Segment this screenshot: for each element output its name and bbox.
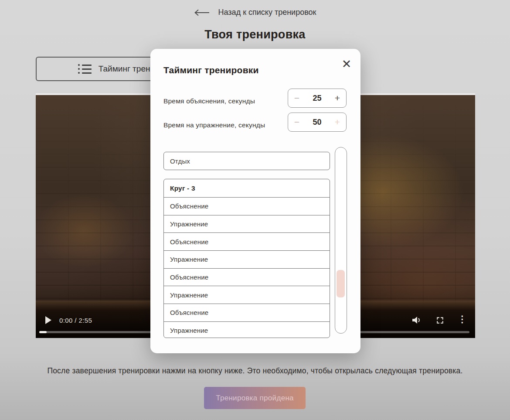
increment-button[interactable]: +: [329, 113, 346, 131]
scrollbar-thumb[interactable]: [337, 270, 345, 297]
rest-input[interactable]: [163, 152, 330, 170]
timing-modal: Тайминг тренировки ✕ Время объяснения, с…: [150, 49, 360, 353]
explanation-time-stepper: − 25 +: [288, 89, 347, 108]
back-link[interactable]: Назад к списку тренировок: [0, 8, 510, 17]
list-item[interactable]: Объяснение: [164, 269, 330, 287]
decrement-button[interactable]: −: [288, 89, 306, 107]
kebab-menu-icon[interactable]: ⋮: [458, 314, 467, 324]
volume-icon[interactable]: [411, 315, 423, 325]
explanation-time-label: Время объяснения, секунды: [163, 97, 255, 105]
modal-title: Тайминг тренировки: [163, 65, 259, 75]
list-item[interactable]: Упражнение: [164, 215, 330, 233]
list-item[interactable]: Объяснение: [164, 304, 330, 322]
increment-button[interactable]: +: [329, 89, 346, 107]
list-item[interactable]: Объяснение: [164, 198, 330, 215]
list-item[interactable]: Объяснение: [164, 233, 330, 251]
exercise-time-stepper: − 50 +: [288, 113, 347, 132]
explanation-time-value: 25: [306, 94, 329, 103]
timing-list: Круг - 3 Объяснение Упражнение Объяснени…: [163, 179, 330, 338]
list-item[interactable]: Упражнение: [164, 322, 330, 338]
exercise-time-value: 50: [306, 118, 329, 127]
fullscreen-icon[interactable]: [435, 316, 445, 325]
footer-note: После завершения тренировки нажми на кно…: [0, 366, 510, 376]
page-title: Твоя тренировка: [0, 28, 510, 41]
video-progress-played: [39, 331, 47, 333]
list-item[interactable]: Упражнение: [164, 286, 330, 304]
bulleted-list-icon: [78, 64, 92, 74]
video-time-display: 0:00 / 2:55: [59, 317, 92, 324]
play-icon[interactable]: [45, 316, 51, 324]
exercise-time-label: Время на упражнение, секунды: [163, 121, 265, 129]
list-header-row[interactable]: Круг - 3: [164, 179, 330, 198]
list-item[interactable]: Упражнение: [164, 251, 330, 269]
back-arrow-icon: [194, 9, 210, 16]
close-icon[interactable]: ✕: [339, 56, 354, 72]
back-link-label: Назад к списку тренировок: [218, 8, 316, 17]
page: Назад к списку тренировок Твоя тренировк…: [0, 0, 510, 420]
scrollbar-track[interactable]: [335, 147, 347, 334]
workout-complete-button[interactable]: Тренировка пройдена: [204, 387, 306, 409]
decrement-button[interactable]: −: [288, 113, 306, 131]
